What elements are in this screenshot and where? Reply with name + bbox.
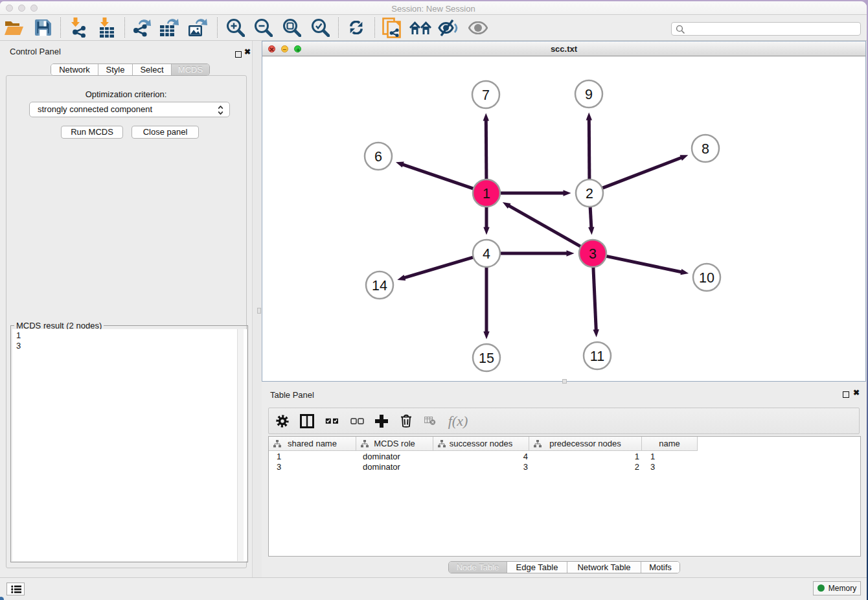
svg-text:7: 7	[482, 87, 490, 103]
svg-text:8: 8	[702, 141, 709, 157]
svg-text:1: 1	[483, 186, 490, 202]
svg-text:3: 3	[589, 246, 597, 262]
svg-text:2: 2	[586, 186, 593, 202]
svg-text:9: 9	[585, 87, 593, 102]
svg-text:10: 10	[699, 270, 714, 286]
svg-text:6: 6	[374, 149, 382, 165]
svg-text:15: 15	[479, 351, 494, 366]
svg-text:14: 14	[372, 278, 387, 294]
svg-text:11: 11	[590, 349, 604, 364]
svg-text:4: 4	[483, 246, 490, 262]
